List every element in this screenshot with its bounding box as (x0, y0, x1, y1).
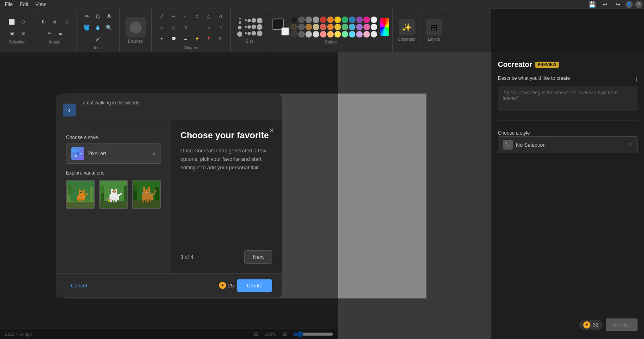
swatch-20[interactable] (349, 24, 355, 30)
info-icon[interactable]: ℹ (636, 76, 638, 83)
undo-button[interactable]: ↩ (600, 0, 610, 10)
flip-tool[interactable]: ⇔ (44, 28, 54, 38)
settings-icon[interactable]: ⚙ (635, 1, 642, 8)
swatch-13[interactable] (298, 24, 305, 30)
size-s8[interactable] (257, 24, 262, 30)
user-avatar[interactable]: 👤 (625, 1, 633, 8)
size-s7[interactable] (252, 25, 256, 29)
select-all-tool[interactable]: ▣ (6, 28, 17, 38)
size-s1[interactable] (245, 19, 247, 21)
swatch-2[interactable] (305, 17, 312, 23)
swatch-1[interactable] (298, 17, 305, 23)
swatch-19[interactable] (342, 24, 348, 30)
swatch-27[interactable] (313, 31, 319, 37)
shape1-tool[interactable]: ◁ (215, 11, 225, 21)
swatch-26[interactable] (305, 31, 312, 37)
pencil-tool[interactable]: ✏ (81, 11, 92, 21)
crop-tool[interactable]: ⊠ (50, 17, 60, 27)
select-option-tool[interactable]: ⊞ (18, 28, 28, 38)
edit-menu[interactable]: Edit (17, 1, 31, 8)
file-menu[interactable]: File (2, 1, 16, 8)
image-prop-tool[interactable]: ≣ (55, 28, 66, 38)
size-3[interactable] (238, 26, 242, 29)
layers-toolbar-btn[interactable]: ⊞ Layers (421, 9, 447, 52)
swatch-28[interactable] (320, 31, 326, 37)
swatch-15[interactable] (313, 24, 319, 30)
line-tool[interactable]: ╱ (157, 11, 167, 21)
diamond-tool[interactable]: ◇ (157, 22, 167, 33)
modal-back-button[interactable]: ‹ (63, 104, 76, 116)
swatch-21[interactable] (356, 24, 363, 30)
size-s2[interactable] (248, 19, 251, 22)
callout-tool[interactable]: 💬 (168, 33, 179, 44)
triangle-tool[interactable]: △ (203, 11, 214, 21)
magnify-tool[interactable]: 🔍 (104, 22, 114, 33)
redo-button[interactable]: ↪ (613, 0, 623, 10)
text-tool[interactable]: A (104, 11, 114, 21)
modal-close-button[interactable]: ✕ (266, 125, 277, 136)
swatch-22[interactable] (363, 24, 370, 30)
pentagon-tool[interactable]: ⬠ (168, 22, 179, 33)
style-selector[interactable]: Pixel art ∨ (66, 144, 161, 164)
swatch-32[interactable] (349, 31, 355, 37)
eraser-tool[interactable]: ⬡ (93, 11, 103, 21)
swatch-31[interactable] (342, 31, 348, 37)
swatch-10[interactable] (363, 17, 370, 23)
swatch-24[interactable] (291, 31, 297, 37)
variation-1[interactable] (66, 180, 95, 209)
swatch-16[interactable] (320, 24, 326, 30)
size-s12[interactable] (257, 31, 262, 36)
resize-tool[interactable]: ⊡ (61, 17, 71, 27)
size-s10[interactable] (248, 32, 251, 35)
swatch-8[interactable] (349, 17, 355, 23)
describe-input[interactable] (498, 86, 638, 111)
swatch-11[interactable] (371, 17, 377, 23)
select-freeform-tool[interactable]: ⬡ (18, 17, 28, 27)
secondary-color[interactable] (281, 27, 289, 35)
pin-tool[interactable]: 📍 (203, 33, 214, 44)
next-button[interactable]: Next (244, 250, 272, 264)
swatch-3[interactable] (313, 17, 319, 23)
size-1[interactable] (239, 18, 241, 19)
color-picker-tool[interactable]: 💧 (93, 22, 103, 33)
variation-3[interactable] (132, 180, 161, 209)
size-s4[interactable] (257, 18, 262, 23)
size-s9[interactable] (245, 32, 247, 34)
swatch-6[interactable] (334, 17, 341, 23)
hex-tool[interactable]: ⬡ (180, 22, 190, 33)
size-s6[interactable] (248, 25, 251, 29)
size-2[interactable] (239, 21, 241, 24)
swatch-0[interactable] (291, 17, 297, 23)
swatch-33[interactable] (356, 31, 363, 37)
swatch-12[interactable] (291, 24, 297, 30)
panel-create-button[interactable]: Create (606, 318, 638, 331)
swatch-18[interactable] (334, 24, 341, 30)
cloud-tool[interactable]: ☁ (180, 33, 190, 44)
swatch-5[interactable] (327, 17, 334, 23)
swatch-7[interactable] (342, 17, 348, 23)
swatch-35[interactable] (371, 31, 377, 37)
modal-prompt-input[interactable] (83, 109, 272, 120)
cancel-button[interactable]: Cancel (66, 280, 92, 291)
shape6-tool[interactable]: ✦ (157, 33, 167, 44)
rect-shape-tool[interactable]: □ (192, 11, 202, 21)
swatch-29[interactable] (327, 31, 334, 37)
style-dropdown[interactable]: No Selection ∨ (498, 136, 638, 153)
swatch-30[interactable] (334, 31, 341, 37)
select-rect-tool[interactable]: ⬜ (6, 17, 17, 27)
cocreator-toolbar-btn[interactable]: ✨ Cocreator (393, 9, 421, 52)
swatch-9[interactable] (356, 17, 363, 23)
color-wheel[interactable] (380, 18, 389, 36)
variation-2[interactable] (99, 180, 128, 209)
fill-tool[interactable]: 🪣 (81, 22, 92, 33)
size-s11[interactable] (252, 31, 256, 35)
view-menu[interactable]: View (32, 1, 49, 8)
arrow-tool[interactable]: → (192, 22, 202, 33)
rotate-tool[interactable]: ↻ (38, 17, 49, 27)
swatch-4[interactable] (320, 17, 326, 23)
swatch-23[interactable] (371, 24, 377, 30)
star-tool[interactable]: ☆ (203, 22, 214, 33)
lightning-tool[interactable]: ⚡ (192, 33, 202, 44)
save-button[interactable]: 💾 (587, 0, 597, 10)
size-s5[interactable] (245, 26, 247, 28)
